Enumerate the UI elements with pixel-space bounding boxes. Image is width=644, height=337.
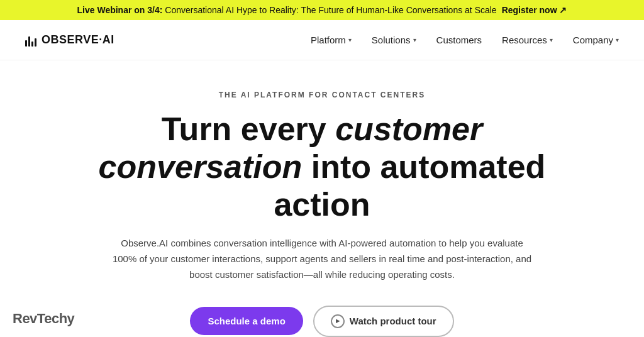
nav-links: Platform ▾ Solutions ▾ Customers Resourc… (311, 35, 619, 45)
watermark-techy: Techy (37, 311, 74, 326)
logo-bar-4 (35, 38, 36, 47)
logo-text: OBSERVE·AI (42, 33, 114, 47)
nav-solutions-label: Solutions (372, 35, 411, 45)
logo-bars (25, 34, 36, 47)
nav-company-label: Company (573, 35, 613, 45)
chevron-down-icon: ▾ (413, 36, 416, 43)
nav-resources-label: Resources (502, 35, 547, 45)
banner-message: Live Webinar on 3/4: Conversational AI H… (77, 5, 497, 15)
nav-platform-label: Platform (311, 35, 346, 45)
logo[interactable]: OBSERVE·AI (25, 33, 114, 47)
nav-item-solutions[interactable]: Solutions ▾ (372, 35, 416, 45)
hero-heading: Turn every customer conversation into au… (96, 111, 548, 223)
banner-prefix: Live Webinar on 3/4: (77, 5, 163, 15)
announcement-banner: Live Webinar on 3/4: Conversational AI H… (0, 0, 644, 20)
logo-icon (25, 34, 36, 47)
chevron-down-icon: ▾ (348, 36, 352, 43)
hero-subtext: Observe.AI combines conversation intelli… (108, 236, 536, 282)
watermark-rev: Rev (13, 311, 37, 326)
watermark: RevTechy (13, 311, 74, 327)
schedule-demo-button[interactable]: Schedule a demo (190, 307, 303, 335)
nav-item-platform[interactable]: Platform ▾ (311, 35, 352, 45)
watch-product-tour-button[interactable]: ▶ Watch product tour (313, 306, 454, 337)
logo-bar-3 (31, 41, 33, 47)
logo-bar-2 (28, 36, 30, 47)
hero-actions: Schedule a demo ▶ Watch product tour (190, 306, 453, 337)
chevron-down-icon: ▾ (616, 36, 619, 43)
navbar: OBSERVE·AI Platform ▾ Solutions ▾ Custom… (0, 20, 644, 60)
banner-body: Conversational AI Hype to Reality: The F… (165, 5, 496, 15)
play-icon: ▶ (331, 314, 345, 328)
nav-item-resources[interactable]: Resources ▾ (502, 35, 553, 45)
chevron-down-icon: ▾ (550, 36, 553, 43)
hero-section: THE AI PLATFORM FOR CONTACT CENTERS Turn… (0, 60, 644, 337)
hero-heading-plain: Turn every (162, 111, 335, 147)
nav-customers-label: Customers (436, 35, 482, 45)
hero-heading-end: into automated action (274, 148, 545, 223)
register-link[interactable]: Register now ↗ (502, 5, 567, 15)
logo-bar-1 (25, 40, 27, 47)
nav-item-company[interactable]: Company ▾ (573, 35, 619, 45)
nav-item-customers[interactable]: Customers (436, 35, 482, 45)
hero-eyebrow: THE AI PLATFORM FOR CONTACT CENTERS (219, 91, 425, 99)
watch-tour-label: Watch product tour (350, 316, 436, 326)
